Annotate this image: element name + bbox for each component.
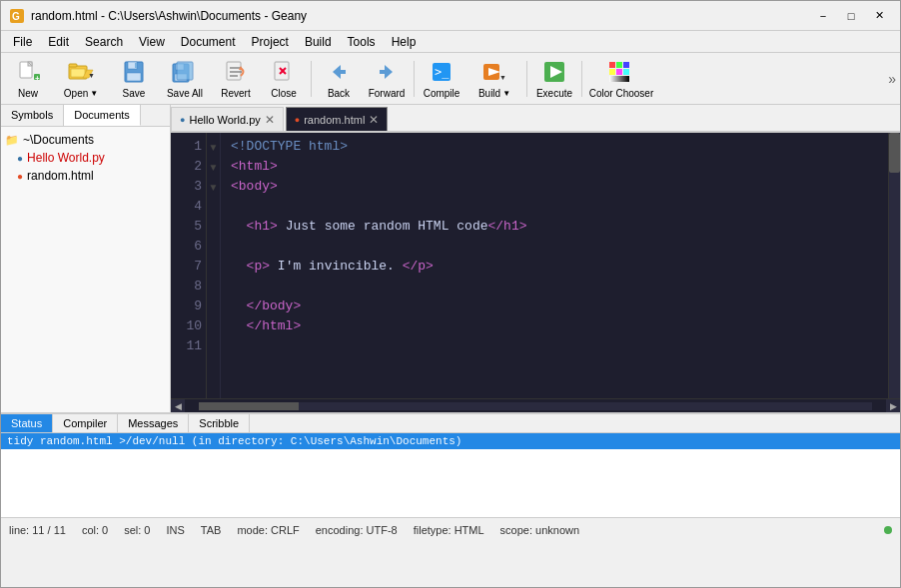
h-scroll-right[interactable]: ▶ bbox=[886, 399, 900, 413]
menu-view[interactable]: View bbox=[131, 31, 173, 52]
build-button[interactable]: ▼ Build ▼ bbox=[466, 56, 522, 102]
close-file-button[interactable]: Close bbox=[261, 56, 307, 102]
code-editor[interactable]: 1 2 3 4 5 6 7 8 9 10 11 ▼ ▼ ▼ bbox=[171, 133, 900, 398]
compile-button[interactable]: >_ Compile bbox=[419, 56, 464, 102]
bottom-tab-compiler[interactable]: Compiler bbox=[53, 414, 118, 432]
main-area: Symbols Documents 📁 ~\Documents ● Hello … bbox=[1, 105, 900, 412]
svg-rect-15 bbox=[135, 63, 137, 68]
color-chooser-button[interactable]: Color Chooser bbox=[586, 56, 656, 102]
python-file-label: Hello World.py bbox=[27, 151, 105, 165]
new-button[interactable]: + New bbox=[5, 56, 51, 102]
menu-search[interactable]: Search bbox=[77, 31, 131, 52]
bottom-tab-scribble[interactable]: Scribble bbox=[189, 414, 250, 432]
app-icon: G bbox=[9, 8, 25, 24]
vertical-scrollbar[interactable] bbox=[888, 133, 900, 398]
menu-edit[interactable]: Edit bbox=[40, 31, 77, 52]
sidebar-tab-symbols[interactable]: Symbols bbox=[1, 105, 64, 126]
status-sel: sel: 0 bbox=[124, 524, 150, 536]
save-button[interactable]: Save bbox=[111, 56, 157, 102]
tree-file-html[interactable]: ● random.html bbox=[13, 167, 170, 185]
sidebar: Symbols Documents 📁 ~\Documents ● Hello … bbox=[1, 105, 171, 412]
scrollbar-thumb[interactable] bbox=[889, 133, 900, 173]
editor-tab-html-label: random.html bbox=[304, 114, 365, 126]
code-line-6 bbox=[231, 237, 888, 257]
minimize-button[interactable]: − bbox=[810, 6, 836, 26]
status-encoding: encoding: UTF-8 bbox=[316, 524, 398, 536]
menu-document[interactable]: Document bbox=[173, 31, 244, 52]
svg-marker-25 bbox=[333, 65, 341, 79]
close-file-label: Close bbox=[271, 88, 297, 99]
tree-file-py[interactable]: ● Hello World.py bbox=[13, 149, 170, 167]
status-bar: line: 11 / 11 col: 0 sel: 0 INS TAB mode… bbox=[1, 517, 900, 541]
build-label: Build ▼ bbox=[478, 88, 510, 99]
back-button[interactable]: Back bbox=[316, 56, 362, 102]
svg-marker-27 bbox=[385, 65, 393, 79]
svg-text:G: G bbox=[12, 11, 20, 22]
revert-button[interactable]: Revert bbox=[213, 56, 259, 102]
svg-rect-41 bbox=[623, 69, 629, 75]
tab-py-icon: ● bbox=[180, 115, 185, 125]
svg-text:>_: >_ bbox=[435, 65, 450, 79]
h-scrollbar-thumb[interactable] bbox=[199, 402, 299, 410]
svg-rect-14 bbox=[127, 73, 141, 81]
tab-html-close[interactable]: ✕ bbox=[369, 114, 379, 126]
fold-markers: ▼ ▼ ▼ bbox=[207, 133, 221, 398]
sidebar-tab-documents[interactable]: Documents bbox=[64, 105, 141, 126]
editor-tab-html[interactable]: ● random.html ✕ bbox=[286, 107, 389, 131]
svg-rect-20 bbox=[227, 62, 241, 80]
revert-label: Revert bbox=[221, 88, 250, 99]
code-line-1: <!DOCTYPE html> bbox=[231, 137, 888, 157]
h-scrollbar-track bbox=[199, 402, 872, 410]
title-bar: G random.html - C:\Users\Ashwin\Document… bbox=[1, 1, 900, 31]
code-line-11 bbox=[231, 336, 888, 356]
tree-root[interactable]: 📁 ~\Documents bbox=[1, 131, 170, 149]
code-line-10: </html> bbox=[231, 316, 888, 336]
bottom-tab-messages[interactable]: Messages bbox=[118, 414, 189, 432]
execute-label: Execute bbox=[536, 88, 572, 99]
forward-icon bbox=[373, 58, 401, 86]
bottom-tab-status[interactable]: Status bbox=[1, 414, 53, 432]
h-scroll-left[interactable]: ◀ bbox=[171, 399, 185, 413]
execute-button[interactable]: Execute bbox=[531, 56, 577, 102]
toolbar-sep-3 bbox=[526, 61, 527, 97]
back-label: Back bbox=[328, 88, 350, 99]
line-numbers: 1 2 3 4 5 6 7 8 9 10 11 bbox=[171, 133, 207, 398]
toolbar-sep-1 bbox=[311, 61, 312, 97]
maximize-button[interactable]: □ bbox=[838, 6, 864, 26]
menu-bar: File Edit Search View Document Project B… bbox=[1, 31, 900, 53]
code-line-2: <html> bbox=[231, 157, 888, 177]
open-button[interactable]: ▼ Open ▼ bbox=[53, 56, 109, 102]
compile-label: Compile bbox=[424, 88, 460, 99]
python-file-icon: ● bbox=[17, 153, 23, 164]
close-button[interactable]: ✕ bbox=[866, 6, 892, 26]
status-filetype: filetype: HTML bbox=[414, 524, 484, 536]
forward-label: Forward bbox=[369, 88, 406, 99]
editor-tab-py[interactable]: ● Hello World.py ✕ bbox=[171, 107, 284, 131]
toolbar-overflow[interactable]: » bbox=[888, 71, 896, 87]
code-line-5: <h1> Just some random HTML code</h1> bbox=[231, 217, 888, 237]
menu-project[interactable]: Project bbox=[244, 31, 297, 52]
save-all-button[interactable]: Save All bbox=[159, 56, 211, 102]
code-content[interactable]: <!DOCTYPE html> <html> <body> <h1> Just … bbox=[221, 133, 888, 398]
horizontal-scrollbar[interactable]: ◀ ▶ bbox=[171, 398, 900, 412]
color-chooser-label: Color Chooser bbox=[589, 88, 653, 99]
execute-icon bbox=[540, 58, 568, 86]
code-line-3: <body> bbox=[231, 177, 888, 197]
code-line-9: </body> bbox=[231, 296, 888, 316]
menu-build[interactable]: Build bbox=[297, 31, 340, 52]
editor-tabs: ● Hello World.py ✕ ● random.html ✕ bbox=[171, 105, 900, 133]
close-file-icon bbox=[270, 58, 298, 86]
save-icon bbox=[120, 58, 148, 86]
tab-py-close[interactable]: ✕ bbox=[265, 114, 275, 126]
save-all-icon bbox=[171, 58, 199, 86]
menu-file[interactable]: File bbox=[5, 31, 40, 52]
svg-rect-38 bbox=[623, 62, 629, 68]
svg-rect-9 bbox=[71, 69, 85, 77]
title-bar-left: G random.html - C:\Users\Ashwin\Document… bbox=[9, 8, 307, 24]
forward-button[interactable]: Forward bbox=[364, 56, 410, 102]
menu-tools[interactable]: Tools bbox=[340, 31, 384, 52]
toolbar: + New ▼ Open ▼ Save bbox=[1, 53, 900, 105]
menu-help[interactable]: Help bbox=[384, 31, 425, 52]
revert-icon bbox=[222, 58, 250, 86]
bottom-tabs: Status Compiler Messages Scribble bbox=[1, 414, 900, 433]
